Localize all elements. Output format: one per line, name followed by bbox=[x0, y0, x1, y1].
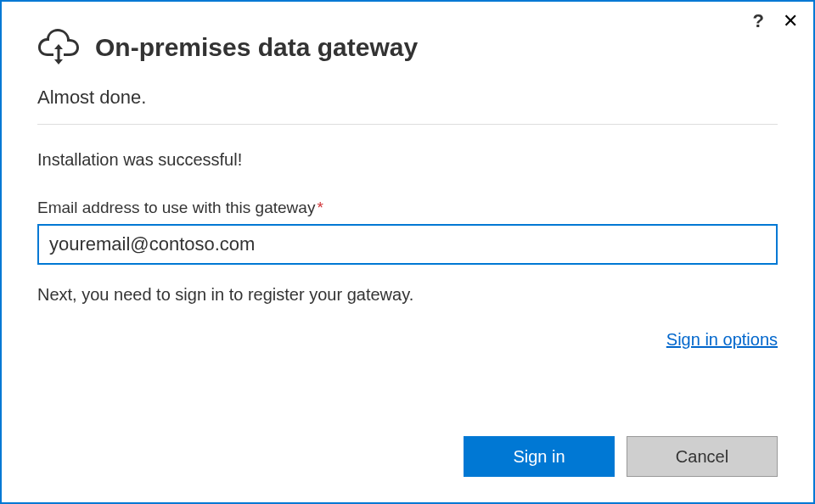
close-icon[interactable]: ✕ bbox=[783, 12, 798, 31]
header-row: On-premises data gateway bbox=[37, 27, 778, 68]
window-title: On-premises data gateway bbox=[95, 33, 418, 62]
footer-buttons: Sign in Cancel bbox=[2, 436, 813, 502]
email-label-text: Email address to use with this gateway bbox=[37, 199, 315, 216]
next-step-text: Next, you need to sign in to register yo… bbox=[37, 285, 778, 305]
email-field[interactable] bbox=[37, 224, 778, 265]
help-icon[interactable]: ? bbox=[753, 10, 764, 32]
link-row: Sign in options bbox=[37, 330, 778, 350]
subtitle: Almost done. bbox=[37, 87, 778, 109]
sign-in-options-link[interactable]: Sign in options bbox=[666, 330, 778, 349]
cancel-button[interactable]: Cancel bbox=[627, 436, 778, 477]
install-status: Installation was successful! bbox=[37, 150, 778, 170]
content-area: On-premises data gateway Almost done. In… bbox=[2, 2, 813, 436]
cloud-sync-icon bbox=[37, 27, 80, 68]
required-indicator: * bbox=[317, 199, 323, 216]
titlebar-controls: ? ✕ bbox=[753, 10, 798, 32]
gateway-installer-window: ? ✕ On-premises data gateway Almost done… bbox=[0, 0, 815, 504]
email-label: Email address to use with this gateway* bbox=[37, 199, 778, 217]
divider bbox=[37, 124, 778, 125]
sign-in-button[interactable]: Sign in bbox=[464, 436, 615, 477]
